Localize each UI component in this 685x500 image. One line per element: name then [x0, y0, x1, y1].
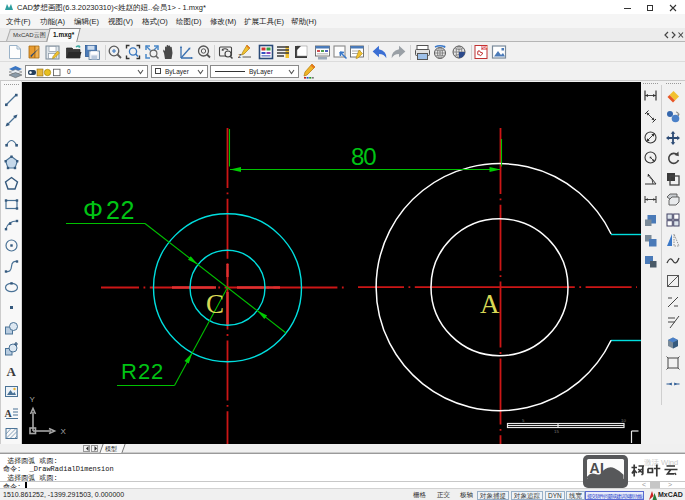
- svg-text:Φ 22: Φ 22: [83, 196, 135, 224]
- svg-text:X: X: [61, 427, 67, 436]
- svg-text:Y: Y: [30, 395, 36, 404]
- svg-text:15: 15: [554, 429, 559, 434]
- svg-text:R22: R22: [121, 359, 164, 384]
- svg-text:80: 80: [351, 143, 376, 170]
- svg-text:A: A: [5, 408, 13, 419]
- svg-text:PDF: PDF: [481, 46, 487, 50]
- svg-text:z: z: [238, 52, 242, 59]
- svg-text:A: A: [480, 289, 500, 319]
- svg-text:C: C: [206, 289, 224, 319]
- svg-text:5: 5: [522, 418, 525, 423]
- svg-text:10: 10: [621, 418, 626, 423]
- svg-text:A: A: [7, 364, 17, 378]
